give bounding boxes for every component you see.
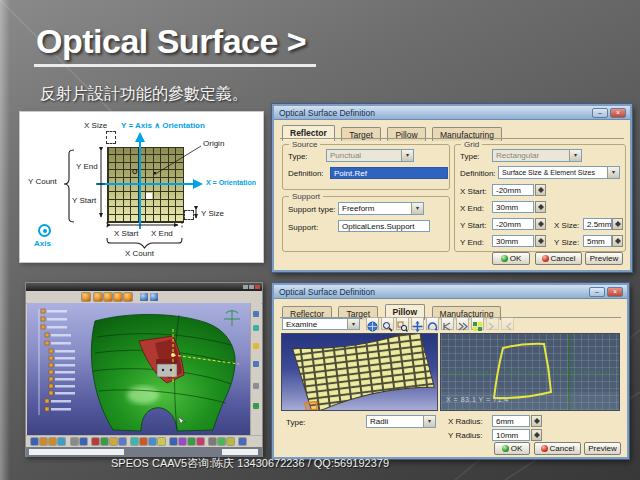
toolbar-icon[interactable]	[150, 293, 158, 301]
y-radius-spinner[interactable]	[531, 429, 542, 441]
x-radius-spinner[interactable]	[531, 415, 542, 427]
x-radius-field[interactable]: 6mm	[492, 415, 530, 427]
toolbar-icon[interactable]	[253, 361, 259, 367]
y-size-field[interactable]: 5mm	[583, 235, 612, 247]
y-size-spinner[interactable]	[612, 235, 623, 247]
toolbar-icon[interactable]	[179, 438, 186, 445]
dialog1-title: Optical Surface Definition	[279, 108, 375, 118]
dialog1-titlebar[interactable]: Optical Surface Definition – ×	[274, 106, 630, 120]
toolbar-icon[interactable]	[104, 293, 112, 301]
maximize-icon[interactable]	[249, 285, 254, 289]
fit-all-icon[interactable]	[441, 317, 454, 330]
minimize-icon[interactable]	[243, 285, 248, 289]
toolbar-icon[interactable]	[31, 438, 38, 445]
toolbar-icon[interactable]	[239, 438, 246, 445]
toolbar-icon[interactable]	[197, 438, 204, 445]
toolbar-icon[interactable]	[49, 438, 56, 445]
toolbar-icon[interactable]	[71, 438, 78, 445]
command-input-box[interactable]	[222, 449, 258, 455]
toolbar-icon[interactable]	[253, 343, 259, 349]
next-view-icon[interactable]	[456, 317, 469, 330]
toolbar-icon[interactable]	[209, 438, 216, 445]
toolbar-icon[interactable]	[149, 438, 156, 445]
ok-icon	[501, 255, 508, 262]
catia-3d-viewport[interactable]	[27, 303, 253, 435]
toolbar-icon[interactable]	[124, 293, 132, 301]
y-end-spinner[interactable]	[535, 235, 546, 247]
x-size-field[interactable]: 2.5mm	[583, 218, 612, 230]
toolbar-icon[interactable]	[82, 293, 90, 301]
ok-button[interactable]: OK	[492, 252, 530, 265]
close-icon[interactable]	[255, 285, 260, 289]
x-end-spinner[interactable]	[535, 201, 546, 213]
dropdown-arrow-icon[interactable]: ▾	[401, 150, 413, 161]
pillow-2d-view[interactable]: X = 83.1 Y = 71.4	[440, 333, 620, 411]
y-end-field[interactable]: 30mm	[492, 235, 534, 247]
dropdown-arrow-icon[interactable]: ▾	[569, 150, 581, 161]
toolbar-icon[interactable]	[253, 383, 259, 389]
toolbar-icon[interactable]	[218, 438, 225, 445]
minimize-icon[interactable]: –	[589, 287, 605, 297]
toolbar-icon[interactable]	[92, 438, 99, 445]
x-start-label: X Start:	[460, 187, 487, 196]
toolbar-icon[interactable]	[253, 325, 259, 331]
source-type-dropdown[interactable]: Punctual ▾	[326, 149, 414, 162]
x-end-field[interactable]: 30mm	[492, 201, 534, 213]
toolbar-icon[interactable]	[253, 403, 259, 409]
pillow-type-dropdown[interactable]: Radii ▾	[366, 415, 436, 428]
grid-type-dropdown[interactable]: Rectangular ▾	[492, 149, 582, 162]
toolbar-icon[interactable]	[158, 438, 165, 445]
source-definition-field[interactable]: Point.Ref	[330, 167, 448, 179]
y-start-spinner[interactable]	[535, 218, 546, 230]
pan-icon[interactable]	[411, 317, 424, 330]
toolbar-icon[interactable]	[58, 438, 65, 445]
globe-icon[interactable]	[366, 317, 379, 330]
y-radius-field[interactable]: 10mm	[492, 429, 530, 441]
ok-button[interactable]: OK	[494, 442, 530, 455]
x-start-spinner[interactable]	[535, 184, 546, 196]
toolbar-icon[interactable]	[140, 293, 148, 301]
selected-mesh-cell[interactable]	[305, 402, 317, 411]
dropdown-arrow-icon[interactable]: ▾	[411, 203, 423, 214]
toolbar-icon[interactable]	[253, 311, 259, 317]
close-icon[interactable]: ×	[610, 108, 626, 118]
dropdown-arrow-icon[interactable]: ▾	[607, 167, 619, 178]
x-start-field[interactable]: -20mm	[492, 184, 534, 196]
dropdown-arrow-icon[interactable]: ▾	[347, 319, 359, 329]
toolbar-icon[interactable]	[94, 293, 102, 301]
preview-button[interactable]: Preview	[584, 442, 621, 455]
toolbar-icon[interactable]	[170, 438, 177, 445]
toolbar-icon[interactable]	[227, 438, 234, 445]
cancel-button[interactable]: Cancel	[535, 252, 582, 265]
toolbar-icon[interactable]	[80, 438, 87, 445]
toolbar-icon[interactable]	[114, 293, 122, 301]
compass-icon[interactable]	[224, 310, 240, 326]
zoom-icon[interactable]	[381, 317, 394, 330]
grid-definition-label: Definition:	[460, 169, 496, 178]
toolbar-icon[interactable]	[131, 438, 138, 445]
zoom-area-icon[interactable]	[396, 317, 409, 330]
dialog2-titlebar[interactable]: Optical Surface Definition – ×	[274, 285, 627, 299]
cancel-button[interactable]: Cancel	[534, 442, 581, 455]
specification-tree[interactable]	[39, 309, 75, 415]
support-type-dropdown[interactable]: Freeform ▾	[338, 202, 424, 215]
pillow-3d-preview[interactable]	[281, 333, 438, 411]
y-start-field[interactable]: -20mm	[492, 218, 534, 230]
preview-button[interactable]: Preview	[585, 252, 623, 265]
toolbar-icon[interactable]	[101, 438, 108, 445]
view-mode-dropdown[interactable]: Examine ▾	[282, 318, 360, 330]
catia-titlebar[interactable]	[26, 283, 262, 291]
dropdown-arrow-icon[interactable]: ▾	[423, 416, 435, 427]
toolbar-icon[interactable]	[40, 438, 47, 445]
toolbar-icon[interactable]	[110, 438, 117, 445]
grid-definition-dropdown[interactable]: Surface Size & Element Sizes ▾	[498, 166, 620, 179]
rotate-icon[interactable]	[426, 317, 439, 330]
close-icon[interactable]: ×	[607, 287, 623, 297]
minimize-icon[interactable]: –	[592, 108, 608, 118]
toolbar-icon[interactable]	[140, 438, 147, 445]
x-size-spinner[interactable]	[612, 218, 623, 230]
toolbar-icon[interactable]	[119, 438, 126, 445]
grid-toggle-icon[interactable]	[471, 317, 484, 330]
toolbar-icon[interactable]	[188, 438, 195, 445]
support-field[interactable]: OpticalLens.Support	[338, 220, 430, 232]
